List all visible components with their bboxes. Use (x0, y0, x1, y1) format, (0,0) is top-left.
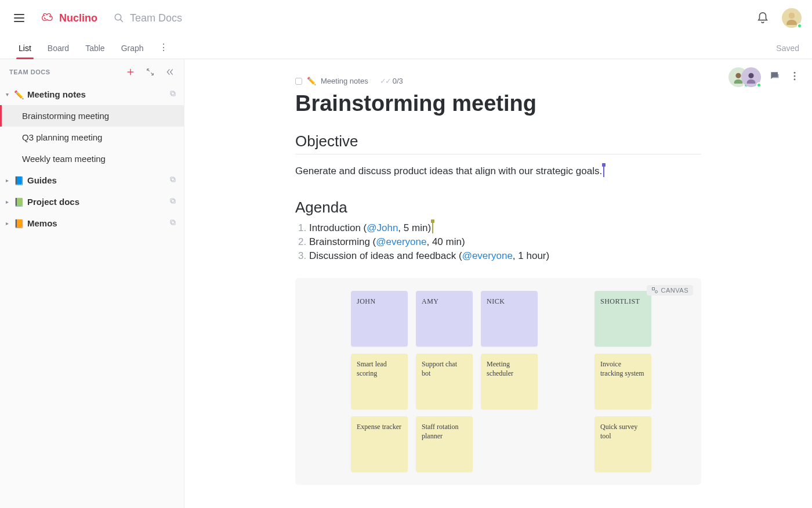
canvas-header-card[interactable]: AMY (416, 291, 473, 347)
svg-rect-23 (652, 287, 654, 290)
svg-point-20 (794, 72, 796, 74)
more-vertical-icon (789, 70, 800, 82)
chevron-right-icon: ▸ (6, 177, 13, 183)
svg-rect-9 (172, 178, 175, 182)
svg-point-24 (655, 290, 657, 293)
canvas-note-card[interactable]: Support chat bot (416, 354, 473, 409)
svg-point-21 (794, 75, 796, 77)
blue-book-icon: 📘 (14, 176, 24, 185)
canvas-note-card[interactable]: Staff rotation planner (416, 416, 473, 472)
sidebar-section-guides[interactable]: ▸ 📘 Guides (0, 170, 184, 191)
sidebar-item-label: Guides (27, 175, 169, 185)
svg-point-18 (747, 80, 756, 84)
canvas-block[interactable]: CANVAS JOHN Smart lead scoring Expense t… (295, 278, 701, 485)
add-item-button[interactable] (126, 67, 135, 77)
shapes-icon (651, 287, 658, 294)
presence-indicator (756, 82, 762, 88)
sidebar-item-label: Memos (27, 218, 169, 228)
agenda-heading[interactable]: Agenda (295, 199, 701, 217)
canvas-badge: CANVAS (647, 285, 693, 296)
presence-indicator (797, 23, 802, 28)
person-icon (785, 11, 799, 25)
expand-button[interactable] (146, 67, 155, 77)
chat-icon (769, 70, 781, 82)
comments-button[interactable] (769, 70, 781, 84)
canvas-note-card[interactable]: Quick survey tool (594, 416, 651, 472)
chevron-right-icon: ▸ (6, 220, 13, 226)
svg-point-22 (794, 78, 796, 80)
copy-icon[interactable] (169, 218, 177, 228)
objective-text[interactable]: Generate and discuss product ideas that … (295, 164, 701, 179)
sidebar-section-memos[interactable]: ▸ 📙 Memos (0, 212, 184, 234)
search-placeholder: Team Docs (130, 12, 182, 24)
canvas-header-card[interactable]: NICK (481, 291, 538, 347)
svg-point-0 (115, 14, 121, 20)
pencil-icon: ✏️ (307, 77, 316, 85)
svg-point-3 (786, 20, 797, 25)
tab-table[interactable]: Table (77, 44, 113, 59)
canvas-note-card[interactable]: Expense tracker (351, 416, 408, 472)
menu-button[interactable] (14, 10, 30, 26)
sidebar-item-label: Meeting notes (27, 89, 169, 99)
mention[interactable]: @everyone (462, 250, 513, 261)
agenda-item[interactable]: Introduction (@John, 5 min) (309, 222, 701, 234)
svg-rect-19 (773, 74, 779, 78)
svg-rect-11 (172, 200, 175, 203)
sidebar-item-q3-planning[interactable]: Q3 planning meeting (0, 127, 184, 148)
svg-point-17 (748, 73, 753, 78)
checkbox-icon[interactable] (295, 78, 302, 85)
canvas-note-card[interactable]: Smart lead scoring (351, 354, 408, 409)
svg-rect-7 (172, 92, 175, 96)
sidebar-title: TEAM DOCS (9, 69, 50, 75)
tab-graph[interactable]: Graph (113, 44, 152, 59)
remote-cursor (603, 167, 604, 177)
person-icon (745, 71, 757, 84)
mention[interactable]: @everyone (376, 236, 426, 247)
sidebar-section-project-docs[interactable]: ▸ 📗 Project docs (0, 191, 184, 212)
svg-point-4 (789, 13, 795, 19)
app-logo[interactable]: Nuclino (41, 10, 97, 26)
copy-icon[interactable] (169, 89, 177, 99)
svg-rect-13 (172, 221, 175, 225)
agenda-list[interactable]: Introduction (@John, 5 min) Brainstormin… (309, 222, 701, 262)
green-book-icon: 📗 (14, 197, 24, 207)
current-user-avatar[interactable] (782, 8, 802, 28)
collaborator-avatar[interactable] (741, 67, 761, 87)
mention[interactable]: @John (367, 222, 398, 233)
tab-list[interactable]: List (10, 44, 39, 59)
svg-rect-12 (171, 199, 174, 202)
sidebar-item-weekly-team[interactable]: Weekly team meeting (0, 148, 184, 170)
orange-book-icon: 📙 (14, 219, 24, 228)
copy-icon[interactable] (169, 175, 177, 185)
app-name: Nuclino (59, 12, 97, 24)
divider (295, 154, 701, 154)
notifications-icon[interactable] (756, 12, 769, 24)
expand-icon (146, 67, 155, 77)
collapse-sidebar-button[interactable] (165, 67, 175, 77)
canvas-header-card[interactable]: JOHN (351, 291, 408, 347)
doc-more-button[interactable] (789, 70, 800, 84)
view-tabs: List Board Table Graph ⋮ Saved (0, 36, 812, 59)
agenda-item[interactable]: Brainstorming (@everyone, 40 min) (309, 236, 701, 248)
chevron-down-icon: ▾ (6, 91, 13, 98)
tab-board[interactable]: Board (39, 44, 77, 59)
canvas-note-card[interactable]: Invoice tracking system (594, 354, 651, 409)
canvas-header-card[interactable]: SHORTLIST (594, 291, 651, 347)
chevron-double-left-icon (165, 67, 175, 77)
svg-line-1 (120, 19, 123, 22)
canvas-note-card[interactable]: Meeting scheduler (481, 354, 538, 409)
tab-more-icon[interactable]: ⋮ (152, 42, 175, 59)
remote-cursor (432, 223, 433, 233)
breadcrumb-parent[interactable]: Meeting notes (321, 77, 368, 85)
agenda-item[interactable]: Discussion of ideas and feedback (@every… (309, 250, 701, 262)
sidebar-item-brainstorming[interactable]: Brainstorming meeting (0, 105, 184, 127)
sidebar-item-label: Project docs (27, 197, 169, 207)
page-title[interactable]: Brainstorming meeting (295, 91, 701, 116)
document-main: ✏️ Meeting notes ✓✓ 0/3 Brainstorming me… (184, 59, 812, 508)
task-progress[interactable]: 0/3 (393, 77, 403, 85)
search-input[interactable]: Team Docs (114, 12, 182, 24)
copy-icon[interactable] (169, 197, 177, 207)
sidebar-section-meeting-notes[interactable]: ▾ ✏️ Meeting notes (0, 84, 184, 105)
svg-rect-14 (171, 220, 174, 224)
objective-heading[interactable]: Objective (295, 132, 701, 150)
